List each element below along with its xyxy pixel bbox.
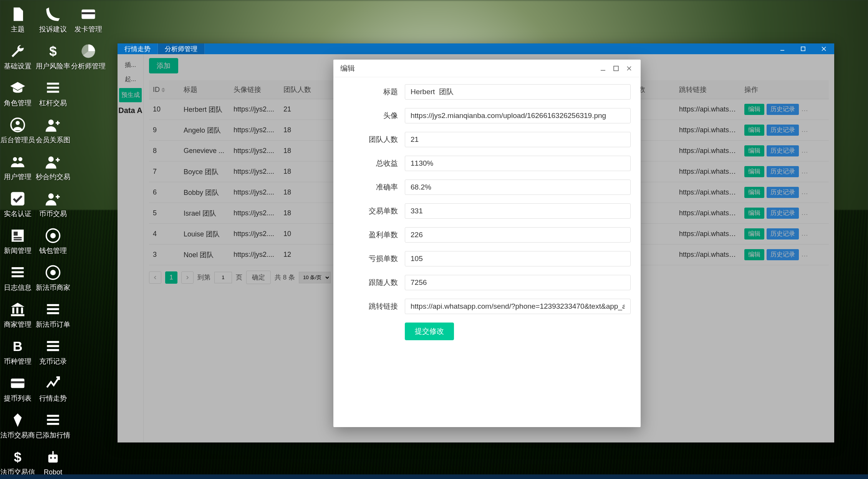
desktop-icon-list[interactable]: 已添加行情: [35, 407, 71, 444]
desktop-icon-piechart[interactable]: 分析师管理: [71, 38, 106, 75]
svg-rect-3: [47, 83, 59, 85]
form-input-0[interactable]: [405, 84, 631, 100]
form-input-2[interactable]: [405, 132, 631, 147]
desktop-icon-label: 分析师管理: [71, 62, 106, 71]
svg-rect-27: [21, 308, 23, 314]
form-input-8[interactable]: [405, 275, 631, 290]
desktop-icon-phone[interactable]: 投诉建议: [35, 2, 71, 38]
form-row: 团队人数: [343, 132, 631, 147]
desktop-icon-useradd[interactable]: 币币交易: [35, 186, 71, 223]
window-buttons: [772, 43, 834, 54]
form-label: 跟随人数: [343, 278, 405, 288]
svg-rect-28: [11, 314, 25, 316]
svg-rect-34: [47, 345, 59, 347]
desktop-icon-label: 杠杆交易: [39, 98, 67, 108]
form-row: 跟随人数: [343, 275, 631, 290]
modal-maximize-button[interactable]: [611, 64, 621, 73]
submit-button[interactable]: 提交修改: [405, 323, 454, 340]
form-input-5[interactable]: [405, 203, 631, 219]
form-row: 交易单数: [343, 203, 631, 219]
svg-rect-47: [801, 47, 805, 51]
desktop-icon-list[interactable]: 充币记录: [35, 334, 71, 371]
desktop-icon-useradd[interactable]: 会员关系图: [35, 112, 71, 149]
desktop-icon-label: 日志信息: [4, 283, 31, 292]
svg-rect-42: [48, 454, 58, 462]
desktop-icon-check[interactable]: 实名认证: [0, 186, 35, 223]
svg-rect-30: [47, 308, 59, 310]
form-label: 交易单数: [343, 206, 405, 216]
desktop-icon-diamond[interactable]: 法币交易商: [0, 407, 35, 444]
desktop-icon-users[interactable]: 用户管理: [0, 149, 35, 186]
desktop-icon-useradd[interactable]: 秒合约交易: [35, 149, 71, 186]
modal-close-button[interactable]: [624, 64, 634, 73]
desktop-icon-list[interactable]: 日志信息: [0, 260, 35, 297]
modal-title-text: 编辑: [340, 63, 355, 73]
desktop-icon-label: 后台管理员: [0, 135, 35, 145]
window-close-button[interactable]: [813, 43, 834, 54]
window-minimize-button[interactable]: [772, 43, 793, 54]
desktop-icon-label: 充币记录: [39, 357, 67, 366]
form-label: 跳转链接: [343, 301, 405, 311]
form-input-7[interactable]: [405, 251, 631, 266]
svg-point-7: [16, 121, 20, 125]
svg-rect-16: [14, 237, 22, 239]
desktop-icon-label: 用户管理: [4, 172, 31, 181]
tab-analyst-mgmt[interactable]: 分析师管理: [158, 43, 205, 54]
tab-market-trend[interactable]: 行情走势: [118, 43, 158, 54]
svg-rect-15: [14, 232, 18, 236]
form-input-9[interactable]: [405, 299, 631, 314]
desktop-icon-trend[interactable]: 行情走势: [35, 371, 71, 407]
desktop-icon-label: 投诉建议: [39, 25, 67, 34]
desktop-icon-label: 法币交易商: [0, 431, 35, 440]
form-input-4[interactable]: [405, 180, 631, 195]
window-titlebar[interactable]: 行情走势 分析师管理: [118, 43, 834, 54]
desktop-icon-label: 新闻管理: [4, 246, 31, 255]
desktop-icon-wrench[interactable]: 基础设置: [0, 38, 35, 75]
desktop-icon-card[interactable]: 提币列表: [0, 371, 35, 407]
desktop-icon-wallet[interactable]: 钱包管理: [35, 223, 71, 260]
form-input-6[interactable]: [405, 227, 631, 243]
svg-rect-31: [47, 312, 59, 314]
desktop-icon-bank[interactable]: 商家管理: [0, 297, 35, 334]
modal-body: 标题头像团队人数总收益准确率交易单数盈利单数亏损单数跟随人数跳转链接提交修改: [333, 77, 641, 427]
desktop-icon-wallet[interactable]: 新法币商家: [35, 260, 71, 297]
svg-rect-17: [14, 239, 22, 241]
svg-point-43: [50, 457, 52, 459]
form-label: 准确率: [343, 182, 405, 192]
svg-rect-26: [17, 308, 18, 314]
desktop-icon-dollar[interactable]: $用户风险率: [35, 38, 71, 75]
svg-point-13: [48, 193, 54, 199]
svg-rect-40: [47, 423, 59, 425]
taskbar[interactable]: [0, 474, 868, 479]
desktop-icon-list[interactable]: 新法币订单: [35, 297, 71, 334]
desktop-icon-userhead[interactable]: 后台管理员: [0, 112, 35, 149]
window-maximize-button[interactable]: [793, 43, 813, 54]
desktop-icon-card[interactable]: 发卡管理: [71, 2, 106, 38]
desktop-icon-grid: 主题投诉建议发卡管理基础设置$用户风险率分析师管理角色管理杠杆交易后台管理员会员…: [0, 2, 96, 479]
svg-point-10: [18, 157, 23, 161]
desktop-icon-label: 角色管理: [4, 98, 31, 108]
desktop-icon-robot[interactable]: Robot: [35, 444, 71, 479]
form-label: 标题: [343, 87, 405, 97]
desktop-icon-dollar[interactable]: $法币交易信: [0, 444, 35, 479]
desktop-icon-label: 商家管理: [4, 320, 31, 329]
svg-rect-25: [12, 308, 14, 314]
form-input-1[interactable]: [405, 108, 631, 123]
desktop-icon-bitcoin[interactable]: B币种管理: [0, 334, 35, 371]
modal-titlebar[interactable]: 编辑: [333, 60, 641, 77]
form-label: 盈利单数: [343, 230, 405, 240]
form-row: 标题: [343, 84, 631, 100]
desktop-icon-label: 行情走势: [39, 394, 67, 403]
form-label: 头像: [343, 111, 405, 121]
svg-rect-51: [614, 66, 618, 71]
desktop-icon-gradcap[interactable]: 角色管理: [0, 75, 35, 112]
desktop-icon-news[interactable]: 新闻管理: [0, 223, 35, 260]
desktop-icon-label: 已添加行情: [36, 431, 70, 440]
desktop-icon-list[interactable]: 杠杆交易: [35, 75, 71, 112]
edit-modal: 编辑 标题头像团队人数总收益准确率交易单数盈利单数亏损单数跟随人数跳转链接提交修…: [333, 60, 641, 427]
desktop-icon-document[interactable]: 主题: [0, 2, 35, 38]
form-input-3[interactable]: [405, 156, 631, 171]
modal-minimize-button[interactable]: [598, 64, 608, 73]
svg-text:B: B: [13, 339, 22, 354]
desktop-icon-label: 实名认证: [4, 209, 31, 218]
